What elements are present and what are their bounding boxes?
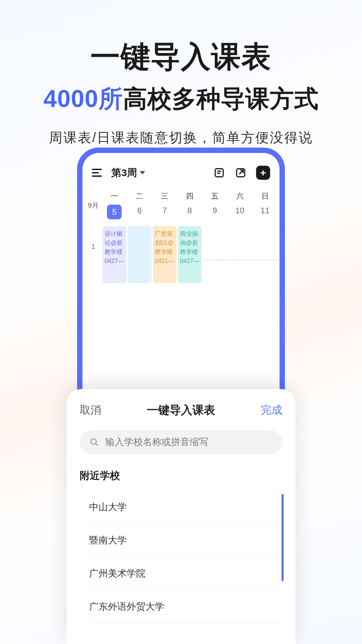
phone-topbar: 第3周 + <box>82 153 280 186</box>
school-item[interactable]: 广东外语外贸大学 <box>89 590 280 624</box>
day-col[interactable]: 五9 <box>203 191 227 219</box>
headline-sub: 4000所高校多种导课方式 <box>0 83 362 115</box>
week-header: 9月 一5 二6 三7 四8 五9 六10 日11 <box>82 186 280 223</box>
headline: 一键导入课表 4000所高校多种导课方式 周课表/日课表随意切换，简单方便没得说 <box>0 0 362 147</box>
done-button[interactable]: 完成 <box>261 403 282 418</box>
chevron-down-icon <box>140 171 145 174</box>
modal-title: 一键导入课表 <box>147 402 215 418</box>
headline-rest: 高校多种导课方式 <box>123 85 319 112</box>
headline-desc: 周课表/日课表随意切换，简单方便没得说 <box>0 128 362 147</box>
day-col[interactable]: 四8 <box>178 191 202 219</box>
course-block[interactable]: 商业插画@新教学楼0427— <box>178 226 202 283</box>
period-label: 1 <box>85 226 101 283</box>
day-col[interactable]: 六10 <box>228 191 252 219</box>
day-col[interactable]: 一5 <box>103 191 126 219</box>
schedule-grid: 1 设计概论@新教学楼0427— 广告策划01@教学楼0421— 商业插画@新教… <box>82 223 280 283</box>
school-list: 中山大学 暨南大学 广州美术学院 广东外语外贸大学 <box>89 491 282 624</box>
section-label: 附近学校 <box>80 469 282 483</box>
import-modal: 取消 一键导入课表 完成 附近学校 中山大学 暨南大学 广州美术学院 广东外语外… <box>66 389 296 644</box>
share-icon[interactable] <box>235 167 247 179</box>
week-label: 第3周 <box>111 166 137 180</box>
search-input[interactable] <box>105 437 273 447</box>
cancel-button[interactable]: 取消 <box>80 403 101 418</box>
dashed-divider <box>203 260 277 283</box>
svg-point-2 <box>91 439 96 444</box>
modal-header: 取消 一键导入课表 完成 <box>80 402 282 418</box>
headline-main: 一键导入课表 <box>0 37 362 77</box>
search-box[interactable] <box>80 430 282 454</box>
course-block-empty[interactable] <box>128 226 152 283</box>
day-col[interactable]: 二6 <box>128 191 152 219</box>
day-col[interactable]: 日11 <box>253 191 277 219</box>
course-block[interactable]: 设计概论@新教学楼0427— <box>103 226 126 283</box>
day-col[interactable]: 三7 <box>153 191 177 219</box>
course-block[interactable]: 广告策划01@教学楼0421— <box>153 226 177 283</box>
today-icon[interactable] <box>213 167 225 179</box>
menu-icon[interactable] <box>92 169 102 177</box>
week-selector[interactable]: 第3周 <box>111 166 145 180</box>
add-button[interactable]: + <box>256 166 270 180</box>
school-item[interactable]: 广州美术学院 <box>89 557 280 590</box>
headline-accent: 4000所 <box>43 85 123 112</box>
month-label: 9月 <box>85 191 101 219</box>
search-icon <box>89 437 99 447</box>
school-item[interactable]: 中山大学 <box>89 491 280 524</box>
school-item[interactable]: 暨南大学 <box>89 524 280 557</box>
scroll-indicator[interactable] <box>282 494 284 581</box>
